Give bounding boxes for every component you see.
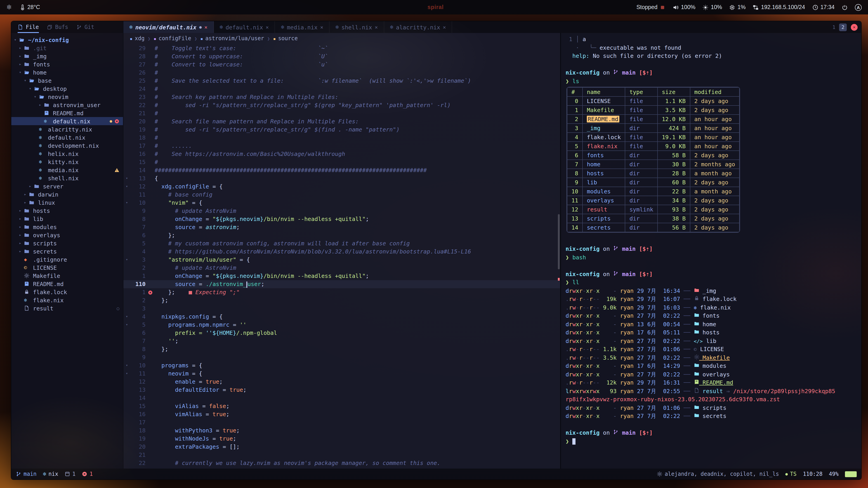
chevron-right-icon[interactable]: ▸ [19,54,24,58]
breadcrumb-item[interactable]: ▪xdg [130,35,145,41]
editor-line[interactable]: 16# See https://astronvim.com/Basic%20Us… [123,150,560,158]
tree-item[interactable]: ❄default.nix [11,133,123,141]
editor-line[interactable]: 5 # my cusotom astronvim config, astronv… [123,239,560,248]
editor-line[interactable]: 9 # update AstroNvim [123,207,560,215]
tree-item[interactable]: ▸hosts [11,206,123,215]
topbar-widget-a[interactable]: A [855,4,862,11]
tree-item[interactable]: ▾neovim [11,93,123,101]
scrollbar-thumb[interactable] [558,214,560,269]
chevron-right-icon[interactable]: ▸ [19,233,24,237]
editor-line[interactable]: 26# [123,69,560,77]
buffer-tab[interactable]: ❄shell.nix✕ [330,21,384,33]
tree-item[interactable]: ©LICENSE [11,263,123,271]
chevron-right-icon[interactable]: ▸ [19,225,24,229]
chevron-down-icon[interactable]: ▾ [19,70,24,74]
fold-indicator[interactable]: ▾ [123,174,130,183]
editor-line[interactable]: 27# Convert to lowercase: `u` [123,61,560,69]
chevron-right-icon[interactable]: ▸ [19,46,24,50]
chevron-right-icon[interactable]: ▸ [19,208,24,213]
editor-line[interactable]: 2 # update AstroNvim [123,264,560,272]
editor-line[interactable]: 22# sed -ri "s/pattern_str/replace_str/g… [123,101,560,109]
editor-line[interactable]: 14 [123,394,560,402]
topbar-widget-1-[interactable]: 1% [730,4,746,10]
editor-line[interactable]: ▾3 "astronvim/lua/user" = { [123,256,560,264]
topbar-widget-192-168-5-100-24[interactable]: 192.168.5.100/24 [753,4,805,10]
editor-line[interactable]: ▾5 programs.npm.npmrc = '' [123,321,560,329]
editor-line[interactable]: 1 onChange = "${pkgs.neovim}/bin/nvim --… [123,272,560,280]
tree-item[interactable]: ❄shell.nix [11,174,123,182]
editor-line[interactable]: 28# Convert to uppercase: `U` [123,53,560,61]
tabpage-number[interactable]: 1 [830,23,838,31]
chevron-right-icon[interactable]: ▸ [24,200,29,205]
tree-item[interactable]: ▸server [11,182,123,190]
editor-line[interactable]: 4 # https://github.com/AstroNvim/AstroNv… [123,248,560,256]
tree-item[interactable]: ❄development.nix [11,141,123,150]
editor-line[interactable]: 6 }; [123,231,560,239]
terminal-pane[interactable]: 1 │ a · ╰─ executable was not found help… [560,33,861,468]
tree-item[interactable]: ▸_img [11,52,123,60]
editor-line[interactable]: 2 }; [123,296,560,304]
breadcrumb-item[interactable]: ▪source [273,35,298,41]
tree-item[interactable]: Makefile [11,271,123,280]
editor-scrollbar[interactable] [558,45,560,468]
tree-item[interactable]: ❄flake.nix [11,296,123,304]
topbar-widget-10-[interactable]: 10% [703,4,722,10]
editor-pane[interactable]: ▪xdg❯▪configFile❯▪astronvim/lua/user❯▪so… [123,33,560,468]
explorer-tab-file[interactable]: File [18,21,39,33]
editor-line[interactable]: 9 [123,353,560,361]
tabline-close-button[interactable]: ✕ [851,24,858,31]
editor-line[interactable]: 7 ''; [123,337,560,345]
editor-line[interactable]: ▾12 xdg.configFile = { [123,183,560,191]
chevron-right-icon[interactable]: ▸ [29,184,34,188]
editor-line[interactable]: 19 withNodeJs = true; [123,435,560,443]
tree-item[interactable]: ▾home [11,68,123,76]
editor-line[interactable]: 16 vimAlias = true; [123,410,560,418]
buffer-tab[interactable]: ❄default.nix✕ [214,21,275,33]
fold-indicator[interactable]: ▾ [123,183,130,191]
editor-line[interactable]: 22 # currently we use lazy.nvim as neovi… [123,459,560,467]
temperature-widget[interactable]: 28°C [19,4,40,10]
tree-item[interactable]: ▸overlays [11,231,123,239]
explorer-tab-bufs[interactable]: Bufs [47,21,68,33]
editor-line[interactable]: 110 source = ./astronvim_user; [123,280,560,288]
code-area[interactable]: 29# Toggle text's case: `~` 28# Convert … [123,44,560,468]
tree-item[interactable]: ▸lib [11,215,123,223]
editor-line[interactable]: 29# Toggle text's case: `~` [123,44,560,53]
buffer-close-icon[interactable]: ✕ [204,24,207,30]
chevron-right-icon[interactable]: ▸ [39,103,44,107]
tree-item[interactable]: ❄kitty.nix [11,158,123,166]
editor-line[interactable]: 21# [123,109,560,118]
chevron-down-icon[interactable]: ▾ [29,86,34,91]
topbar-widget-17-34[interactable]: 17:34 [812,4,835,10]
editor-line[interactable]: ▾4 nixpkgs.config = { [123,313,560,321]
editor-line[interactable]: 23# Search key pattern and Replace in Mu… [123,93,560,101]
nix-menu-button[interactable]: ❄ [6,3,12,11]
editor-line[interactable]: 11 # base config [123,191,560,199]
tree-item[interactable]: ▾desktop [11,85,123,93]
chevron-right-icon[interactable]: ▸ [19,62,24,66]
tree-item[interactable]: ❄default.nix● [11,117,123,125]
breadcrumb-item[interactable]: ▪configFile [154,35,191,41]
tree-item[interactable]: ▸modules [11,223,123,231]
tree-item[interactable]: ▸linux [11,198,123,206]
chevron-down-icon[interactable]: ▾ [14,37,19,42]
topbar-widget-100-[interactable]: 100% [673,4,695,10]
editor-line[interactable]: 25# Save the selected text to a file: `:… [123,77,560,85]
editor-line[interactable]: 14######################################… [123,166,560,174]
tree-item[interactable]: ◆.gitignore [11,255,123,263]
buffer-tab[interactable]: ❄neovim/default.nix●✕ [123,21,214,33]
buffer-tab[interactable]: ❄alacritty.nix✕ [384,21,452,33]
editor-line[interactable]: 18 withPython3 = true; [123,427,560,435]
editor-line[interactable]: 13 defaultEditor = true; [123,386,560,394]
chevron-right-icon[interactable]: ▸ [24,192,29,197]
editor-line[interactable]: 8 onChange = "${pkgs.neovim}/bin/nvim --… [123,215,560,223]
tree-item[interactable]: ▸secrets [11,247,123,255]
fold-indicator[interactable]: ▾ [123,361,130,369]
tree-item[interactable]: ▸.git [11,44,123,52]
tree-item[interactable]: README.md [11,280,123,288]
chevron-down-icon[interactable]: ▾ [24,78,29,83]
buffer-close-icon[interactable]: ✕ [320,24,323,30]
editor-line[interactable]: ▾13{ [123,174,560,183]
editor-line[interactable]: 3 [123,304,560,313]
buffer-close-icon[interactable]: ✕ [266,24,269,30]
